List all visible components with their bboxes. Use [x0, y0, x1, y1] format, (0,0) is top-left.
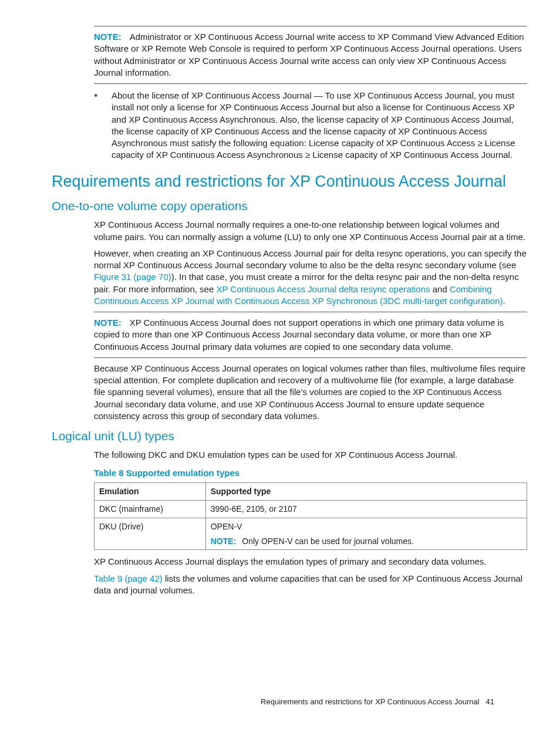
- divider: [94, 357, 527, 358]
- heading-requirements: Requirements and restrictions for XP Con…: [52, 171, 527, 192]
- bullet-icon: •: [94, 90, 112, 161]
- divider: [94, 26, 527, 26]
- note-label: NOTE:: [211, 536, 237, 546]
- note-text: Administrator or XP Continuous Access Jo…: [94, 32, 524, 77]
- divider: [94, 312, 527, 312]
- table-cell: DKU (Drive): [95, 518, 206, 550]
- topic-link[interactable]: XP Continuous Access Journal delta resyn…: [216, 284, 430, 294]
- heading-lu-types: Logical unit (LU) types: [52, 428, 527, 444]
- table-header: Emulation: [95, 482, 206, 500]
- p-text: .: [502, 296, 505, 306]
- note-label: NOTE:: [94, 32, 122, 42]
- note-label: NOTE:: [94, 318, 122, 328]
- paragraph: XP Continuous Access Journal displays th…: [94, 556, 527, 568]
- cell-note: NOTE:Only OPEN-V can be used for journal…: [211, 536, 522, 547]
- table-cell: 3990-6E, 2105, or 2107: [205, 500, 527, 518]
- note-block: NOTE:Administrator or XP Continuous Acce…: [94, 31, 527, 79]
- figure-link[interactable]: Figure 31 (page 70): [94, 272, 171, 282]
- paragraph: However, when creating an XP Continuous …: [94, 248, 527, 307]
- footer-title: Requirements and restrictions for XP Con…: [261, 697, 480, 706]
- table-title: Table 8 Supported emulation types: [94, 467, 527, 479]
- paragraph: Because XP Continuous Access Journal ope…: [94, 363, 527, 422]
- table-header: Supported type: [205, 482, 527, 500]
- table-link[interactable]: Table 9 (page 42): [94, 573, 163, 583]
- divider: [94, 83, 527, 84]
- note-text: XP Continuous Access Journal does not su…: [94, 318, 504, 352]
- bullet-text: About the license of XP Continuous Acces…: [112, 90, 527, 161]
- table-header-row: Emulation Supported type: [95, 482, 527, 500]
- p-text: However, when creating an XP Continuous …: [94, 248, 527, 270]
- list-item: • About the license of XP Continuous Acc…: [94, 90, 527, 161]
- note-text: Only OPEN-V can be used for journal volu…: [242, 536, 414, 546]
- cell-value: OPEN-V: [211, 521, 522, 532]
- table-cell: DKC (mainframe): [95, 500, 206, 518]
- table-row: DKU (Drive) OPEN-V NOTE:Only OPEN-V can …: [95, 518, 527, 550]
- note-block: NOTE:XP Continuous Access Journal does n…: [94, 317, 527, 353]
- table-row: DKC (mainframe) 3990-6E, 2105, or 2107: [95, 500, 527, 518]
- emulation-table: Emulation Supported type DKC (mainframe)…: [94, 482, 527, 551]
- paragraph: The following DKC and DKU emulation type…: [94, 449, 527, 461]
- paragraph: Table 9 (page 42) lists the volumes and …: [94, 573, 527, 597]
- p-text: and: [430, 284, 450, 294]
- heading-one-to-one: One-to-one volume copy operations: [52, 198, 527, 214]
- table-cell: OPEN-V NOTE:Only OPEN-V can be used for …: [205, 518, 527, 550]
- page-number: 41: [486, 697, 494, 706]
- paragraph: XP Continuous Access Journal normally re…: [94, 219, 527, 243]
- page-footer: Requirements and restrictions for XP Con…: [261, 697, 494, 707]
